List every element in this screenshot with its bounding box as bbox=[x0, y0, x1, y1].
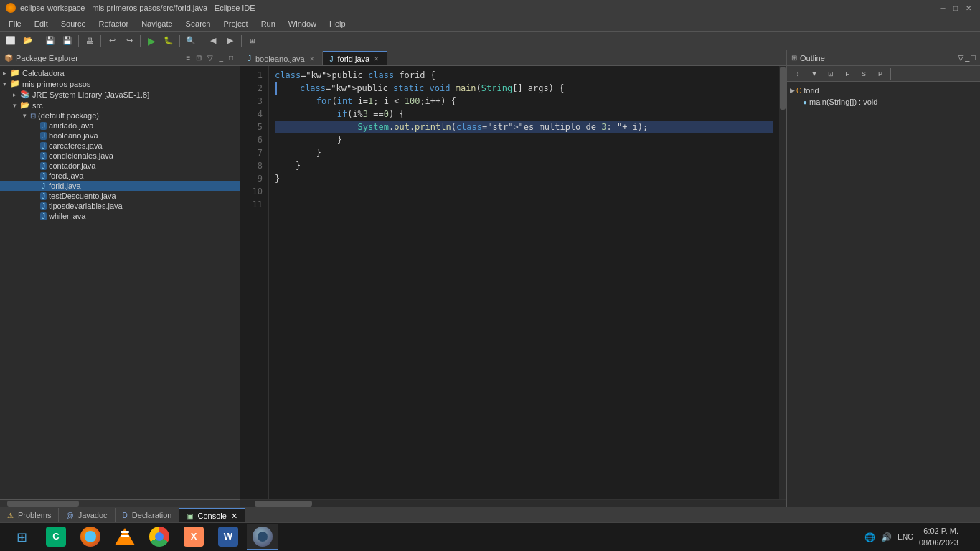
start-button[interactable]: ⊞ bbox=[6, 526, 37, 549]
menu-run[interactable]: Run bbox=[255, 18, 281, 29]
pe-item-Calculadora[interactable]: ▸ 📁 Calculadora bbox=[0, 67, 240, 78]
minimize-button[interactable]: ─ bbox=[937, 2, 948, 14]
tab-forid-close[interactable]: ✕ bbox=[374, 55, 380, 62]
outline-method-main[interactable]: ● main(String[]) : void bbox=[790, 96, 977, 108]
pe-item-testDescuentojava[interactable]: J testDescuento.java bbox=[0, 191, 240, 201]
menu-help[interactable]: Help bbox=[324, 18, 352, 29]
taskbar-xampp[interactable]: X bbox=[178, 524, 209, 550]
menu-refactor[interactable]: Refactor bbox=[93, 18, 135, 29]
toolbar-save-all-btn[interactable]: 💾 bbox=[60, 34, 75, 48]
pe-item-mis-primeros-pasos[interactable]: ▾ 📁 mis primeros pasos bbox=[0, 78, 240, 89]
pe-item-anidadojava[interactable]: J anidado.java bbox=[0, 121, 240, 131]
menu-edit[interactable]: Edit bbox=[29, 18, 54, 29]
tab-javadoc[interactable]: @ Javadoc bbox=[59, 508, 115, 522]
main-area: 📦 Package Explorer ≡ ⊡ ▽ _ □ ▸ 📁 Calcula… bbox=[0, 50, 980, 507]
pe-item-tiposdevariablesjava[interactable]: J tiposdevariables.java bbox=[0, 201, 240, 211]
taskbar-date: 08/06/2023 bbox=[919, 537, 958, 548]
pe-item-contadorjava[interactable]: J contador.java bbox=[0, 161, 240, 171]
close-button[interactable]: ✕ bbox=[963, 2, 974, 14]
pe-collapse-all[interactable]: ≡ bbox=[184, 53, 193, 62]
outline-static-btn[interactable]: S bbox=[856, 67, 872, 81]
pe-item-foredjava[interactable]: J fored.java bbox=[0, 171, 240, 181]
pe-tree: ▸ 📁 Calculadora ▾ 📁 mis primeros pasos ▸… bbox=[0, 66, 240, 499]
pe-item-booleanojava[interactable]: J booleano.java bbox=[0, 131, 240, 141]
tab-booleano-close[interactable]: ✕ bbox=[309, 55, 315, 62]
toolbar-undo-btn[interactable]: ↩ bbox=[104, 34, 120, 48]
tree-item-label: forid.java bbox=[49, 182, 81, 190]
toolbar-debug-btn[interactable]: 🐛 bbox=[161, 34, 176, 48]
code-area[interactable]: 1234567891011 class="kw">public class fo… bbox=[240, 66, 786, 499]
code-editor[interactable]: class="kw">public class forid { class="k… bbox=[269, 66, 779, 499]
tab-forid-icon: J bbox=[330, 55, 334, 63]
toolbar-back-btn[interactable]: ◀ bbox=[205, 34, 221, 48]
tree-arrow: ▸ bbox=[13, 91, 20, 98]
tab-console[interactable]: ▣ Console ✕ bbox=[179, 508, 245, 522]
toolbar-search-btn[interactable]: 🔍 bbox=[183, 34, 199, 48]
pe-view-menu[interactable]: ▽ bbox=[205, 53, 215, 62]
taskbar-chrome[interactable] bbox=[143, 524, 175, 550]
outline-class-forid[interactable]: ▶ C forid bbox=[790, 85, 977, 96]
menu-navigate[interactable]: Navigate bbox=[136, 18, 178, 29]
pe-hscroll[interactable] bbox=[0, 499, 240, 507]
outline-view-menu[interactable]: ▽ bbox=[958, 53, 963, 62]
editor-area: J booleano.java ✕ J forid.java ✕ 1234567… bbox=[240, 50, 786, 507]
src-icon: 📂 bbox=[20, 100, 30, 110]
menu-file[interactable]: File bbox=[3, 18, 27, 29]
javadoc-label: Javadoc bbox=[78, 511, 108, 519]
outline-link-btn[interactable]: ⊡ bbox=[823, 67, 839, 81]
taskbar-firefox[interactable] bbox=[75, 524, 106, 550]
editor-hscroll[interactable] bbox=[240, 499, 786, 507]
toolbar-new-btn[interactable]: ⬜ bbox=[3, 34, 19, 48]
project-folder-icon: 📁 bbox=[10, 68, 20, 77]
taskbar-volume-icon: 🔊 bbox=[881, 532, 892, 542]
pe-link-editor[interactable]: ⊡ bbox=[194, 53, 204, 62]
outline-nonpublic-btn[interactable]: P bbox=[872, 67, 888, 81]
pe-maximize[interactable]: □ bbox=[227, 53, 235, 62]
pe-item-condicionalesjava[interactable]: J condicionales.java bbox=[0, 151, 240, 161]
toolbar-sep7 bbox=[241, 35, 242, 47]
toolbar-perspective-btn[interactable]: ⊞ bbox=[245, 34, 260, 48]
tab-problems[interactable]: ⚠ Problems bbox=[0, 508, 59, 522]
outline-collapse-btn[interactable]: ▼ bbox=[806, 67, 822, 81]
editor-vscroll[interactable] bbox=[779, 66, 786, 499]
pe-item-foridjava[interactable]: J forid.java bbox=[0, 181, 240, 191]
tree-arrow: ▾ bbox=[13, 102, 20, 109]
taskbar-vlc[interactable] bbox=[109, 524, 141, 550]
pe-item-JRE-System-Library-JavaSE-18[interactable]: ▸ 📚 JRE System Library [JavaSE-1.8] bbox=[0, 89, 240, 100]
toolbar-open-btn[interactable]: 📂 bbox=[20, 34, 36, 48]
menu-project[interactable]: Project bbox=[217, 18, 253, 29]
toolbar-fwd-btn[interactable]: ▶ bbox=[222, 34, 238, 48]
toolbar-print-btn[interactable]: 🖶 bbox=[82, 34, 98, 48]
tab-forid[interactable]: J forid.java ✕ bbox=[323, 51, 388, 65]
outline-minimize[interactable]: _ bbox=[965, 53, 969, 62]
outline-sort-btn[interactable]: ↕ bbox=[790, 67, 806, 81]
project-folder-icon: 📁 bbox=[10, 79, 20, 88]
pe-item-src[interactable]: ▾ 📂 src bbox=[0, 100, 240, 110]
declaration-label: Declaration bbox=[132, 511, 172, 519]
java-file-icon: J bbox=[40, 142, 47, 150]
taskbar-camtasia[interactable]: C bbox=[40, 524, 72, 550]
menu-window[interactable]: Window bbox=[283, 18, 322, 29]
pe-title: Package Explorer bbox=[16, 54, 182, 62]
toolbar-save-btn[interactable]: 💾 bbox=[42, 34, 58, 48]
menu-search[interactable]: Search bbox=[180, 18, 217, 29]
tab-declaration[interactable]: D Declaration bbox=[116, 508, 180, 522]
pe-item-carcateresjava[interactable]: J carcateres.java bbox=[0, 141, 240, 151]
taskbar-word[interactable]: W bbox=[212, 524, 244, 550]
camtasia-icon: C bbox=[46, 527, 66, 547]
outline-fields-btn[interactable]: F bbox=[839, 67, 855, 81]
pe-minimize[interactable]: _ bbox=[217, 53, 225, 62]
tab-booleano[interactable]: J booleano.java ✕ bbox=[240, 51, 323, 65]
taskbar-eclipse[interactable] bbox=[247, 524, 278, 550]
tree-item-label: src bbox=[32, 101, 43, 110]
console-tab-close[interactable]: ✕ bbox=[231, 512, 237, 521]
toolbar-redo-btn[interactable]: ↪ bbox=[121, 34, 137, 48]
maximize-button[interactable]: □ bbox=[950, 2, 961, 14]
menu-source[interactable]: Source bbox=[55, 18, 92, 29]
pe-item-whilerjava[interactable]: J whiler.java bbox=[0, 211, 240, 221]
pe-item-default-package[interactable]: ▾ ⊡ (default package) bbox=[0, 110, 240, 121]
toolbar-run-btn[interactable]: ▶ bbox=[143, 34, 159, 48]
tab-booleano-label: booleano.java bbox=[255, 55, 305, 63]
tree-item-label: Calculadora bbox=[22, 69, 65, 77]
outline-maximize[interactable]: □ bbox=[971, 53, 976, 62]
